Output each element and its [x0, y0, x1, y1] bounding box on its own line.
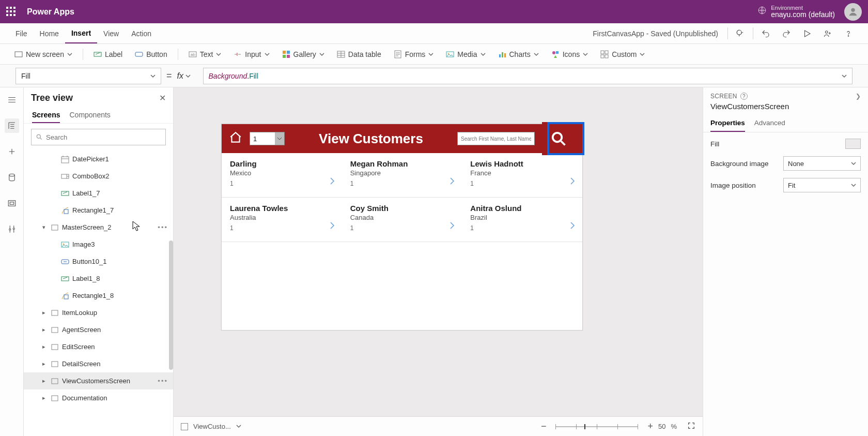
- label-button[interactable]: Label: [88, 48, 128, 61]
- formula-input[interactable]: Background.Fill: [203, 68, 853, 84]
- forms-button[interactable]: Forms: [389, 48, 439, 61]
- menu-action[interactable]: Action: [125, 23, 158, 43]
- tab-properties[interactable]: Properties: [710, 115, 745, 132]
- more-icon[interactable]: •••: [158, 377, 168, 385]
- tree-item[interactable]: ▸DetailScreen•••: [24, 355, 173, 372]
- menu-view[interactable]: View: [97, 23, 125, 43]
- tree-item[interactable]: DatePicker1•••: [24, 151, 173, 168]
- tab-components[interactable]: Components: [69, 108, 110, 123]
- customer-card[interactable]: Coy SmithCanada1: [342, 198, 462, 242]
- tree-item[interactable]: Image3•••: [24, 236, 173, 253]
- tree-item[interactable]: ComboBox2•••: [24, 168, 173, 185]
- treeview-search-input[interactable]: [46, 133, 161, 141]
- chevron-down-icon[interactable]: ▾: [40, 224, 48, 231]
- treeview-search[interactable]: [31, 129, 166, 145]
- scrollbar[interactable]: [169, 240, 173, 370]
- tree-item[interactable]: ▸ViewCustomersScreen•••: [24, 372, 173, 389]
- home-icon[interactable]: [229, 131, 242, 146]
- chevron-right-icon[interactable]: [447, 221, 457, 232]
- user-avatar[interactable]: [844, 3, 862, 21]
- fit-to-screen-icon[interactable]: [687, 422, 695, 431]
- tree-item[interactable]: ▸AgentScreen•••: [24, 321, 173, 338]
- tree-item[interactable]: ▸ItemLookup•••: [24, 304, 173, 321]
- new-screen-button[interactable]: New screen: [9, 48, 78, 61]
- gallery-button[interactable]: Gallery: [277, 48, 330, 61]
- datatable-button[interactable]: Data table: [332, 48, 386, 61]
- chevron-down-icon[interactable]: [236, 423, 241, 430]
- input-button[interactable]: Input: [228, 48, 274, 61]
- customer-card[interactable]: Anitra OslundBrazil1: [462, 198, 582, 242]
- breadcrumb-checkbox[interactable]: [181, 423, 188, 430]
- icons-button[interactable]: Icons: [546, 48, 593, 61]
- tab-screens[interactable]: Screens: [32, 108, 60, 123]
- chevron-down-icon[interactable]: [842, 72, 847, 80]
- tree-item[interactable]: Button10_1•••: [24, 253, 173, 270]
- menu-home[interactable]: Home: [34, 23, 65, 43]
- customer-card[interactable]: Megan RohmanSingapore1: [342, 153, 462, 198]
- rail-tools-icon[interactable]: [5, 222, 19, 236]
- chevron-right-icon[interactable]: ❯: [856, 93, 861, 100]
- customer-search-input[interactable]: [458, 132, 534, 145]
- fill-color-chip[interactable]: [845, 139, 861, 149]
- chevron-right-icon[interactable]: ▸: [40, 326, 48, 333]
- close-icon[interactable]: ✕: [159, 93, 166, 103]
- more-icon[interactable]: •••: [158, 223, 168, 231]
- customer-card[interactable]: Lewis HadnottFrance1: [462, 153, 582, 198]
- redo-icon[interactable]: [776, 23, 797, 43]
- text-button[interactable]: abText: [183, 48, 227, 61]
- customer-card[interactable]: DarlingMexico1: [222, 153, 342, 198]
- zoom-in-button[interactable]: +: [647, 421, 653, 432]
- canvas-screen[interactable]: 1 View Customers DarlingMexico1Megan Roh…: [221, 124, 583, 330]
- search-button[interactable]: [542, 122, 575, 155]
- zoom-slider[interactable]: [555, 426, 638, 427]
- chevron-right-icon[interactable]: ▸: [40, 343, 48, 350]
- button-button[interactable]: Button: [130, 48, 172, 61]
- imgpos-dropdown[interactable]: Fit: [783, 178, 861, 192]
- tab-advanced[interactable]: Advanced: [754, 115, 785, 132]
- tree-item[interactable]: Label1_7•••: [24, 185, 173, 202]
- custom-button[interactable]: Custom: [595, 48, 650, 61]
- rail-treeview-icon[interactable]: [5, 118, 19, 133]
- chevron-right-icon[interactable]: [447, 176, 457, 188]
- chevron-right-icon[interactable]: [568, 176, 577, 188]
- chevron-right-icon[interactable]: ▸: [40, 378, 48, 384]
- menu-file[interactable]: File: [9, 23, 34, 43]
- property-dropdown[interactable]: Fill: [16, 68, 161, 84]
- undo-icon[interactable]: [755, 23, 776, 43]
- zoom-out-button[interactable]: −: [541, 421, 547, 432]
- customer-card[interactable]: Laurena TowlesAustralia1: [222, 198, 342, 242]
- tree-item[interactable]: ▸EditScreen•••: [24, 338, 173, 355]
- environment-picker[interactable]: Environment enayu.com (default): [757, 5, 835, 19]
- customer-search[interactable]: [457, 132, 535, 145]
- rail-hamburger-icon[interactable]: [5, 93, 19, 107]
- bgimage-dropdown[interactable]: None: [783, 156, 861, 171]
- play-icon[interactable]: [797, 23, 817, 43]
- canvas-area[interactable]: 1 View Customers DarlingMexico1Megan Roh…: [174, 87, 703, 416]
- media-button[interactable]: Media: [441, 48, 490, 61]
- app-launcher-icon[interactable]: [6, 7, 17, 17]
- chevron-right-icon[interactable]: [328, 176, 337, 188]
- help-icon[interactable]: [838, 23, 859, 43]
- app-checker-icon[interactable]: [730, 23, 751, 43]
- charts-button[interactable]: Charts: [493, 48, 544, 61]
- tree-item[interactable]: ▸Documentation•••: [24, 389, 173, 407]
- tree-item[interactable]: Rectangle1_8•••: [24, 287, 173, 304]
- chevron-right-icon[interactable]: ▸: [40, 309, 48, 316]
- fx-button[interactable]: fx: [177, 71, 198, 81]
- chevron-right-icon[interactable]: [328, 221, 337, 232]
- customers-gallery[interactable]: DarlingMexico1Megan RohmanSingapore1Lewi…: [222, 153, 582, 242]
- tree-item[interactable]: ▾MasterScreen_2•••: [24, 219, 173, 236]
- chevron-right-icon[interactable]: ▸: [40, 395, 48, 401]
- breadcrumb-label[interactable]: ViewCusto...: [193, 423, 231, 430]
- help-icon[interactable]: ?: [740, 93, 748, 100]
- rail-add-icon[interactable]: [5, 144, 19, 159]
- rail-media-icon[interactable]: [5, 196, 19, 211]
- share-icon[interactable]: [817, 23, 838, 43]
- menu-insert[interactable]: Insert: [65, 23, 97, 43]
- rail-data-icon[interactable]: [5, 170, 19, 185]
- page-picker[interactable]: 1: [250, 132, 285, 145]
- tree-item[interactable]: Label1_8•••: [24, 270, 173, 287]
- chevron-right-icon[interactable]: ▸: [40, 360, 48, 367]
- tree-item[interactable]: Rectangle1_7•••: [24, 202, 173, 219]
- chevron-right-icon[interactable]: [568, 221, 577, 232]
